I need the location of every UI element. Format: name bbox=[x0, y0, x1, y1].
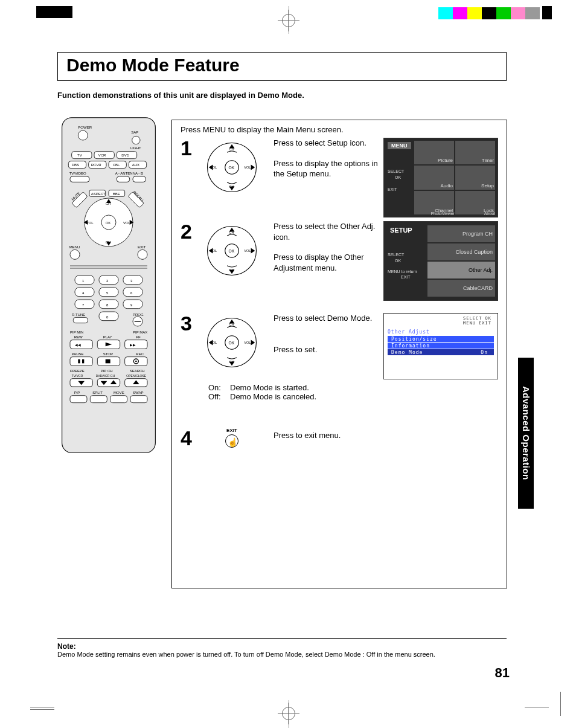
step-2-text-a: Press to select the Other Adj. icon. bbox=[274, 221, 379, 242]
step-4-text-a: Press to exit menu. bbox=[274, 430, 379, 441]
remote-control-illustration: POWER SAP LIGHT TV VCR DVD DBS RCVR CBL … bbox=[60, 116, 157, 466]
osd-screen-thumbnail: SELECT OK MENU EXIT Other Adjust Positio… bbox=[383, 313, 498, 379]
note-block: Note: Demo Mode setting remains even whe… bbox=[57, 638, 507, 658]
note-text: Demo Mode setting remains even when powe… bbox=[57, 651, 435, 658]
step-4: 4 EXIT ☝ Press to exit menu. bbox=[181, 425, 498, 451]
svg-rect-105 bbox=[97, 379, 120, 387]
note-label: Note: bbox=[57, 642, 76, 651]
svg-rect-93 bbox=[106, 359, 110, 364]
svg-text:FREEZE: FREEZE bbox=[70, 369, 85, 373]
svg-rect-117 bbox=[130, 396, 147, 403]
svg-rect-23 bbox=[117, 176, 129, 182]
svg-text:BBE: BBE bbox=[113, 192, 120, 196]
svg-text:DVD: DVD bbox=[121, 153, 129, 157]
svg-text:R-TUNE: R-TUNE bbox=[72, 313, 86, 317]
svg-text:OK: OK bbox=[228, 341, 234, 345]
svg-text:REC: REC bbox=[136, 352, 144, 356]
step-number: 1 bbox=[181, 138, 205, 158]
svg-text:PIP CH: PIP CH bbox=[101, 369, 113, 373]
menu-screen-thumbnail: MENU SELECT OK EXIT PictureTimer AudioSe… bbox=[383, 138, 498, 217]
svg-point-4 bbox=[132, 136, 140, 144]
svg-point-47 bbox=[138, 250, 147, 259]
svg-text:TV/VIDEO: TV/VIDEO bbox=[69, 172, 86, 175]
svg-text:AUX: AUX bbox=[132, 163, 139, 167]
registration-mark-icon bbox=[278, 703, 299, 724]
svg-point-45 bbox=[70, 250, 80, 259]
svg-text:PIP: PIP bbox=[74, 391, 80, 395]
step-number: 4 bbox=[181, 428, 205, 448]
black-block bbox=[36, 6, 72, 18]
svg-rect-114 bbox=[70, 396, 87, 403]
page-title: Demo Mode Feature bbox=[66, 55, 498, 76]
svg-text:◀◀: ◀◀ bbox=[75, 343, 81, 347]
svg-rect-56 bbox=[75, 288, 94, 297]
svg-text:TV/VCR: TV/VCR bbox=[72, 374, 83, 378]
svg-text:ASPECT: ASPECT bbox=[91, 192, 106, 196]
svg-text:VOL: VOL bbox=[244, 249, 251, 253]
svg-rect-52 bbox=[99, 275, 118, 285]
svg-rect-68 bbox=[99, 312, 118, 321]
registration-mark-icon bbox=[278, 10, 299, 31]
instruction-panel: Press MENU to display the Main Menu scre… bbox=[171, 120, 507, 588]
svg-text:SWAP: SWAP bbox=[133, 391, 143, 395]
svg-point-96 bbox=[135, 361, 137, 362]
svg-text:FF: FF bbox=[136, 335, 141, 339]
svg-text:LIGHT: LIGHT bbox=[130, 146, 141, 150]
svg-text:SPLIT: SPLIT bbox=[92, 391, 103, 395]
page-title-frame: Demo Mode Feature bbox=[57, 52, 507, 81]
step-3-text-b: Press to set. bbox=[274, 344, 379, 355]
svg-text:RCVR: RCVR bbox=[91, 163, 102, 167]
step-3: 3 OK CH CH VOL VOL bbox=[181, 313, 498, 379]
svg-text:PIP MIN: PIP MIN bbox=[70, 330, 83, 334]
svg-text:REW: REW bbox=[74, 335, 83, 339]
svg-text:PIP MAX: PIP MAX bbox=[133, 330, 147, 334]
svg-rect-91 bbox=[82, 359, 84, 364]
step-2: 2 OK CH CH VOL VOL bbox=[181, 221, 498, 301]
section-tab: Advanced Operation bbox=[518, 358, 534, 509]
onoff-definitions: On:Demo Mode is started. Off:Demo Mode i… bbox=[208, 383, 498, 401]
svg-rect-115 bbox=[90, 396, 107, 403]
svg-text:VOL: VOL bbox=[244, 166, 251, 169]
nav-pad-icon: OK CH CH VOL VOL bbox=[205, 224, 259, 280]
svg-text:DBS: DBS bbox=[72, 163, 79, 167]
step-number: 3 bbox=[181, 313, 205, 333]
svg-text:MENU: MENU bbox=[69, 245, 80, 249]
svg-rect-60 bbox=[123, 288, 142, 297]
svg-point-2 bbox=[78, 130, 88, 140]
svg-text:MOVE: MOVE bbox=[114, 391, 124, 395]
svg-rect-22 bbox=[70, 176, 89, 182]
svg-text:SAP: SAP bbox=[131, 130, 138, 134]
step-3-text-a: Press to select Demo Mode. bbox=[274, 313, 379, 324]
svg-rect-54 bbox=[123, 275, 142, 285]
svg-text:PLAY: PLAY bbox=[103, 335, 112, 339]
svg-rect-24 bbox=[133, 176, 146, 182]
svg-rect-64 bbox=[99, 300, 118, 309]
svg-text:DVD/VCR CH: DVD/VCR CH bbox=[96, 374, 115, 378]
svg-text:OK: OK bbox=[228, 166, 234, 170]
svg-text:CBL: CBL bbox=[113, 163, 120, 167]
svg-text:POWER: POWER bbox=[78, 126, 92, 129]
svg-rect-58 bbox=[99, 288, 118, 297]
step-1-text-a: Press to select Setup icon. bbox=[274, 138, 379, 149]
nav-pad-icon: OK CH CH VOL VOL bbox=[205, 140, 259, 196]
svg-text:PAUSE: PAUSE bbox=[72, 352, 84, 356]
svg-rect-89 bbox=[70, 357, 92, 366]
svg-text:OK: OK bbox=[228, 249, 234, 253]
svg-text:SEARCH: SEARCH bbox=[130, 369, 145, 373]
page-number: 81 bbox=[495, 665, 510, 681]
svg-rect-66 bbox=[123, 300, 142, 309]
svg-text:VOL: VOL bbox=[244, 341, 251, 344]
svg-rect-116 bbox=[110, 396, 127, 403]
svg-text:PROG: PROG bbox=[133, 313, 144, 317]
setup-screen-thumbnail: SETUP SELECT OK MENU to return EXIT Prog… bbox=[383, 221, 498, 301]
svg-text:OPEN/CLOSE: OPEN/CLOSE bbox=[126, 374, 146, 378]
svg-text:A - ANTENNA - B: A - ANTENNA - B bbox=[115, 172, 143, 175]
svg-text:STOP: STOP bbox=[103, 352, 113, 356]
color-bar bbox=[438, 7, 540, 19]
svg-text:EXIT: EXIT bbox=[138, 245, 146, 249]
svg-rect-71 bbox=[73, 317, 88, 323]
svg-text:OK: OK bbox=[106, 221, 111, 225]
svg-text:TV: TV bbox=[77, 153, 82, 157]
svg-rect-80 bbox=[70, 340, 92, 349]
exit-button-icon: EXIT ☝ bbox=[220, 428, 244, 448]
